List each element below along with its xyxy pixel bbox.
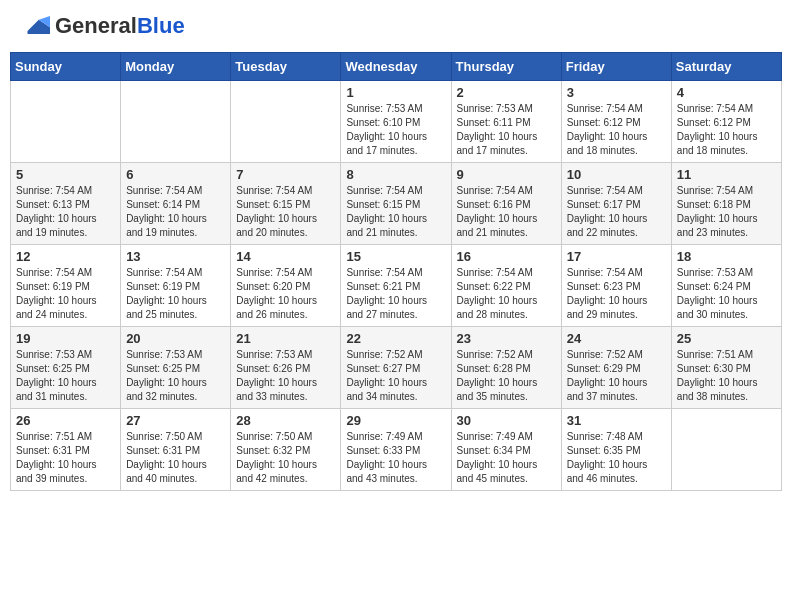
- day-info: Sunrise: 7:54 AM Sunset: 6:20 PM Dayligh…: [236, 266, 335, 322]
- day-number: 22: [346, 331, 445, 346]
- day-info: Sunrise: 7:49 AM Sunset: 6:33 PM Dayligh…: [346, 430, 445, 486]
- week-row-2: 5Sunrise: 7:54 AM Sunset: 6:13 PM Daylig…: [11, 163, 782, 245]
- day-info: Sunrise: 7:53 AM Sunset: 6:25 PM Dayligh…: [126, 348, 225, 404]
- day-cell: 22Sunrise: 7:52 AM Sunset: 6:27 PM Dayli…: [341, 327, 451, 409]
- day-number: 2: [457, 85, 556, 100]
- day-cell: 16Sunrise: 7:54 AM Sunset: 6:22 PM Dayli…: [451, 245, 561, 327]
- day-number: 30: [457, 413, 556, 428]
- day-number: 12: [16, 249, 115, 264]
- day-cell: 5Sunrise: 7:54 AM Sunset: 6:13 PM Daylig…: [11, 163, 121, 245]
- day-info: Sunrise: 7:53 AM Sunset: 6:25 PM Dayligh…: [16, 348, 115, 404]
- day-info: Sunrise: 7:52 AM Sunset: 6:28 PM Dayligh…: [457, 348, 556, 404]
- day-info: Sunrise: 7:51 AM Sunset: 6:31 PM Dayligh…: [16, 430, 115, 486]
- weekday-header-friday: Friday: [561, 53, 671, 81]
- day-cell: 25Sunrise: 7:51 AM Sunset: 6:30 PM Dayli…: [671, 327, 781, 409]
- day-info: Sunrise: 7:54 AM Sunset: 6:19 PM Dayligh…: [16, 266, 115, 322]
- day-number: 1: [346, 85, 445, 100]
- day-info: Sunrise: 7:51 AM Sunset: 6:30 PM Dayligh…: [677, 348, 776, 404]
- day-info: Sunrise: 7:54 AM Sunset: 6:12 PM Dayligh…: [677, 102, 776, 158]
- weekday-header-thursday: Thursday: [451, 53, 561, 81]
- week-row-4: 19Sunrise: 7:53 AM Sunset: 6:25 PM Dayli…: [11, 327, 782, 409]
- day-info: Sunrise: 7:50 AM Sunset: 6:32 PM Dayligh…: [236, 430, 335, 486]
- weekday-header-sunday: Sunday: [11, 53, 121, 81]
- logo-general: General: [55, 13, 137, 38]
- day-cell: 30Sunrise: 7:49 AM Sunset: 6:34 PM Dayli…: [451, 409, 561, 491]
- day-cell: 24Sunrise: 7:52 AM Sunset: 6:29 PM Dayli…: [561, 327, 671, 409]
- day-cell: 28Sunrise: 7:50 AM Sunset: 6:32 PM Dayli…: [231, 409, 341, 491]
- day-number: 14: [236, 249, 335, 264]
- day-info: Sunrise: 7:52 AM Sunset: 6:29 PM Dayligh…: [567, 348, 666, 404]
- day-cell: 9Sunrise: 7:54 AM Sunset: 6:16 PM Daylig…: [451, 163, 561, 245]
- day-number: 4: [677, 85, 776, 100]
- weekday-header-tuesday: Tuesday: [231, 53, 341, 81]
- day-number: 28: [236, 413, 335, 428]
- day-cell: 6Sunrise: 7:54 AM Sunset: 6:14 PM Daylig…: [121, 163, 231, 245]
- day-number: 18: [677, 249, 776, 264]
- day-info: Sunrise: 7:54 AM Sunset: 6:18 PM Dayligh…: [677, 184, 776, 240]
- logo: GeneralBlue: [20, 15, 185, 37]
- day-cell: 18Sunrise: 7:53 AM Sunset: 6:24 PM Dayli…: [671, 245, 781, 327]
- day-info: Sunrise: 7:54 AM Sunset: 6:21 PM Dayligh…: [346, 266, 445, 322]
- day-cell: 19Sunrise: 7:53 AM Sunset: 6:25 PM Dayli…: [11, 327, 121, 409]
- week-row-5: 26Sunrise: 7:51 AM Sunset: 6:31 PM Dayli…: [11, 409, 782, 491]
- weekday-header-saturday: Saturday: [671, 53, 781, 81]
- day-cell: 23Sunrise: 7:52 AM Sunset: 6:28 PM Dayli…: [451, 327, 561, 409]
- day-number: 8: [346, 167, 445, 182]
- day-info: Sunrise: 7:54 AM Sunset: 6:19 PM Dayligh…: [126, 266, 225, 322]
- day-number: 17: [567, 249, 666, 264]
- day-info: Sunrise: 7:50 AM Sunset: 6:31 PM Dayligh…: [126, 430, 225, 486]
- day-number: 7: [236, 167, 335, 182]
- day-info: Sunrise: 7:54 AM Sunset: 6:15 PM Dayligh…: [346, 184, 445, 240]
- week-row-3: 12Sunrise: 7:54 AM Sunset: 6:19 PM Dayli…: [11, 245, 782, 327]
- day-info: Sunrise: 7:52 AM Sunset: 6:27 PM Dayligh…: [346, 348, 445, 404]
- day-number: 21: [236, 331, 335, 346]
- day-number: 6: [126, 167, 225, 182]
- day-cell: 3Sunrise: 7:54 AM Sunset: 6:12 PM Daylig…: [561, 81, 671, 163]
- day-number: 27: [126, 413, 225, 428]
- week-row-1: 1Sunrise: 7:53 AM Sunset: 6:10 PM Daylig…: [11, 81, 782, 163]
- day-number: 23: [457, 331, 556, 346]
- day-cell: [121, 81, 231, 163]
- day-cell: [671, 409, 781, 491]
- day-cell: 17Sunrise: 7:54 AM Sunset: 6:23 PM Dayli…: [561, 245, 671, 327]
- day-info: Sunrise: 7:48 AM Sunset: 6:35 PM Dayligh…: [567, 430, 666, 486]
- weekday-header-wednesday: Wednesday: [341, 53, 451, 81]
- day-info: Sunrise: 7:54 AM Sunset: 6:16 PM Dayligh…: [457, 184, 556, 240]
- day-info: Sunrise: 7:49 AM Sunset: 6:34 PM Dayligh…: [457, 430, 556, 486]
- day-cell: 4Sunrise: 7:54 AM Sunset: 6:12 PM Daylig…: [671, 81, 781, 163]
- day-cell: 31Sunrise: 7:48 AM Sunset: 6:35 PM Dayli…: [561, 409, 671, 491]
- day-number: 3: [567, 85, 666, 100]
- day-cell: 8Sunrise: 7:54 AM Sunset: 6:15 PM Daylig…: [341, 163, 451, 245]
- logo-blue: Blue: [137, 13, 185, 38]
- day-info: Sunrise: 7:54 AM Sunset: 6:15 PM Dayligh…: [236, 184, 335, 240]
- logo-text: GeneralBlue: [55, 13, 185, 38]
- day-number: 11: [677, 167, 776, 182]
- day-number: 9: [457, 167, 556, 182]
- day-cell: 2Sunrise: 7:53 AM Sunset: 6:11 PM Daylig…: [451, 81, 561, 163]
- day-cell: 14Sunrise: 7:54 AM Sunset: 6:20 PM Dayli…: [231, 245, 341, 327]
- day-info: Sunrise: 7:53 AM Sunset: 6:10 PM Dayligh…: [346, 102, 445, 158]
- day-cell: 15Sunrise: 7:54 AM Sunset: 6:21 PM Dayli…: [341, 245, 451, 327]
- day-cell: 21Sunrise: 7:53 AM Sunset: 6:26 PM Dayli…: [231, 327, 341, 409]
- day-info: Sunrise: 7:53 AM Sunset: 6:26 PM Dayligh…: [236, 348, 335, 404]
- day-number: 13: [126, 249, 225, 264]
- day-number: 19: [16, 331, 115, 346]
- day-number: 10: [567, 167, 666, 182]
- day-info: Sunrise: 7:53 AM Sunset: 6:11 PM Dayligh…: [457, 102, 556, 158]
- day-number: 31: [567, 413, 666, 428]
- day-number: 29: [346, 413, 445, 428]
- day-number: 26: [16, 413, 115, 428]
- day-cell: 13Sunrise: 7:54 AM Sunset: 6:19 PM Dayli…: [121, 245, 231, 327]
- page-header: GeneralBlue: [10, 10, 782, 42]
- day-cell: 11Sunrise: 7:54 AM Sunset: 6:18 PM Dayli…: [671, 163, 781, 245]
- calendar-table: SundayMondayTuesdayWednesdayThursdayFrid…: [10, 52, 782, 491]
- day-number: 16: [457, 249, 556, 264]
- day-number: 20: [126, 331, 225, 346]
- logo-icon: [20, 16, 50, 34]
- weekday-header-row: SundayMondayTuesdayWednesdayThursdayFrid…: [11, 53, 782, 81]
- day-info: Sunrise: 7:54 AM Sunset: 6:22 PM Dayligh…: [457, 266, 556, 322]
- day-cell: 12Sunrise: 7:54 AM Sunset: 6:19 PM Dayli…: [11, 245, 121, 327]
- weekday-header-monday: Monday: [121, 53, 231, 81]
- day-cell: 10Sunrise: 7:54 AM Sunset: 6:17 PM Dayli…: [561, 163, 671, 245]
- day-number: 25: [677, 331, 776, 346]
